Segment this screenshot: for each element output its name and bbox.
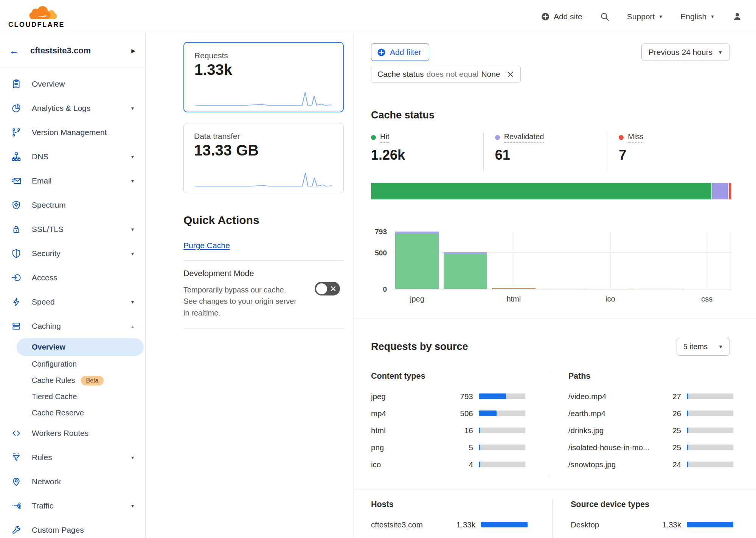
- y-axis: 793 500 0: [371, 232, 393, 289]
- chevron-down-icon: ▾: [131, 299, 134, 305]
- divider: [354, 97, 756, 97]
- development-mode-section: Development Mode Temporarily bypass our …: [183, 269, 344, 329]
- analytics-icon: [11, 103, 21, 113]
- support-menu[interactable]: Support ▼: [627, 12, 663, 21]
- site-header: ← cftestsite3.com ▶: [0, 33, 145, 68]
- time-range-dropdown[interactable]: Previous 24 hours ▼: [641, 44, 730, 61]
- table-row[interactable]: png 5: [371, 443, 525, 451]
- chevron-up-icon: ▴: [131, 323, 134, 329]
- top-bar: CLOUDFLARE Add site Support ▼: [0, 0, 756, 33]
- sidebar-item-caching[interactable]: Caching ▴: [0, 314, 145, 338]
- user-account-icon[interactable]: [732, 11, 742, 22]
- chart-bar-css: [683, 232, 731, 289]
- table-row[interactable]: /drinks.jpg 25: [568, 426, 733, 434]
- development-mode-toggle[interactable]: [315, 282, 340, 295]
- sidebar-item-analytics-logs[interactable]: Analytics & Logs ▾: [0, 96, 145, 120]
- summary-column: Requests 1.33k Data transfer 13.33 GB Qu…: [146, 33, 354, 538]
- cache-status-stats: Hit 1.26k Revalidated 61: [371, 132, 731, 171]
- requests-by-source-grid: Content types jpeg 793 mp4 506 html 16: [354, 372, 756, 477]
- sidebar-item-security[interactable]: Security ▾: [0, 241, 145, 266]
- items-count-dropdown[interactable]: 5 items ▼: [677, 338, 730, 356]
- shield-icon: [11, 249, 21, 258]
- traffic-icon: [11, 501, 21, 511]
- sidebar-item-access[interactable]: Access: [0, 266, 145, 290]
- table-row[interactable]: cftestsite3.com 1.33k: [371, 521, 528, 529]
- language-menu[interactable]: English ▼: [680, 12, 715, 21]
- stacked-segment-miss: [729, 183, 731, 199]
- table-row[interactable]: mp4 506: [371, 409, 525, 417]
- add-site-button[interactable]: Add site: [541, 12, 582, 21]
- requests-metric-card[interactable]: Requests 1.33k: [183, 42, 344, 112]
- sidebar-subitem-configuration[interactable]: Configuration: [0, 356, 145, 372]
- spectrum-icon: [11, 200, 21, 210]
- sidebar-item-version-management[interactable]: Version Management: [0, 120, 145, 145]
- sidebar-subitem-caching-overview[interactable]: Overview: [17, 338, 144, 356]
- table-row[interactable]: html 16: [371, 426, 525, 434]
- sidebar-subitem-cache-reserve[interactable]: Cache Reserve: [0, 405, 145, 421]
- toggle-knob: [316, 283, 327, 294]
- x-axis-label: [441, 295, 490, 303]
- data-transfer-metric-card[interactable]: Data transfer 13.33 GB: [183, 123, 344, 193]
- progress-track: [479, 462, 525, 467]
- sidebar-item-dns[interactable]: DNS ▾: [0, 145, 145, 169]
- code-brackets-icon: [11, 428, 21, 438]
- plus-circle-icon: [541, 12, 550, 21]
- beta-badge: Beta: [81, 376, 104, 386]
- add-filter-button[interactable]: Add filter: [371, 44, 429, 61]
- stacked-segment-hit: [371, 183, 711, 199]
- x-axis-label: css: [683, 295, 731, 303]
- data-transfer-sparkline: [194, 170, 333, 188]
- x-axis-label: jpeg: [393, 295, 441, 303]
- sidebar-item-ssl-tls[interactable]: SSL/TLS ▾: [0, 217, 145, 241]
- chart-bar-jpeg: [393, 232, 441, 289]
- sidebar-item-traffic[interactable]: Traffic ▾: [0, 494, 145, 518]
- language-label: English: [680, 12, 706, 21]
- miss-dot-icon: [619, 135, 624, 140]
- sidebar-item-network[interactable]: Network: [0, 470, 145, 494]
- search-icon[interactable]: [600, 12, 610, 22]
- source-device-types-table: Source device types Desktop 1.33k: [552, 500, 733, 538]
- back-arrow-icon[interactable]: ←: [9, 46, 19, 56]
- column-chart-plot: [393, 232, 731, 289]
- chevron-down-icon: ▾: [131, 178, 134, 184]
- table-row[interactable]: Desktop 1.33k: [571, 521, 733, 529]
- cloudflare-logo[interactable]: CLOUDFLARE: [8, 5, 73, 29]
- stat-revalidated: Revalidated 61: [483, 132, 607, 171]
- revalidated-dot-icon: [495, 135, 500, 140]
- sidebar-item-speed[interactable]: Speed ▾: [0, 290, 145, 314]
- sidebar-subitem-tiered-cache[interactable]: Tiered Cache: [0, 389, 145, 405]
- progress-track: [687, 462, 733, 467]
- chevron-right-icon[interactable]: ▶: [131, 48, 135, 54]
- sidebar-item-custom-pages[interactable]: Custom Pages: [0, 518, 145, 538]
- progress-track: [687, 410, 733, 416]
- table-row[interactable]: /earth.mp4 26: [568, 409, 733, 417]
- remove-filter-icon[interactable]: [506, 70, 514, 78]
- data-transfer-card-value: 13.33 GB: [194, 142, 333, 159]
- purge-cache-link[interactable]: Purge Cache: [183, 241, 230, 250]
- table-row[interactable]: /video.mp4 27: [568, 392, 733, 400]
- table-row[interactable]: ico 4: [371, 460, 525, 468]
- site-name: cftestsite3.com: [30, 46, 91, 56]
- sidebar-nav: Overview Analytics & Logs ▾ Version Mana…: [0, 68, 145, 538]
- sidebar-item-workers-routes[interactable]: Workers Routes: [0, 421, 145, 445]
- x-axis-label: html: [489, 295, 538, 303]
- divider: [183, 260, 344, 261]
- sidebar-item-spectrum[interactable]: Spectrum: [0, 193, 145, 217]
- chevron-down-icon: ▾: [131, 105, 134, 111]
- sidebar-subitem-cache-rules[interactable]: Cache Rules Beta: [0, 372, 145, 389]
- chart-bar-col: [538, 232, 586, 289]
- sidebar-item-overview[interactable]: Overview: [0, 72, 145, 96]
- table-row[interactable]: /isolated-house-in-mo... 25: [568, 443, 733, 451]
- overview-icon: [11, 79, 21, 89]
- chevron-down-icon: ▾: [131, 503, 134, 509]
- sidebar-item-rules[interactable]: Rules ▾: [0, 445, 145, 470]
- progress-track: [687, 445, 733, 450]
- lightning-icon: [11, 297, 21, 307]
- hosts-table: Hosts cftestsite3.com 1.33k: [371, 500, 552, 538]
- table-row[interactable]: jpeg 793: [371, 392, 525, 400]
- stat-miss: Miss 7: [607, 132, 731, 171]
- progress-track: [687, 522, 733, 527]
- table-row[interactable]: /snowtops.jpg 24: [568, 460, 733, 468]
- lock-icon: [11, 224, 21, 234]
- sidebar-item-email[interactable]: Email ▾: [0, 169, 145, 193]
